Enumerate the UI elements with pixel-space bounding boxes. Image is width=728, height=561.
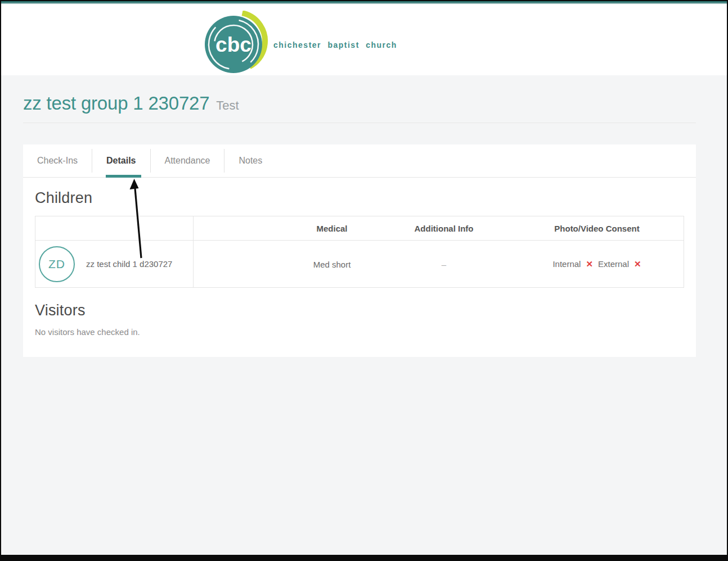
page-title-row: zz test group 1 230727 Test xyxy=(23,75,696,114)
column-header-additional-info: Additional Info xyxy=(415,224,474,233)
tab-notes[interactable]: Notes xyxy=(224,144,276,177)
tab-details[interactable]: Details xyxy=(92,144,150,177)
page-title: zz test group 1 230727 xyxy=(23,93,209,114)
group-details-card: Check-Ins Details Attendance Notes Child… xyxy=(23,144,696,357)
app-window: cbc chichester baptist church zz test gr… xyxy=(0,0,728,561)
title-divider xyxy=(23,123,696,123)
church-logo[interactable]: cbc chichester baptist church xyxy=(203,11,397,76)
consent-internal-label: Internal xyxy=(552,259,581,269)
main-content: zz test group 1 230727 Test Check-Ins De… xyxy=(23,75,696,357)
consent-values: Internal ✕ External ✕ xyxy=(552,259,641,269)
tab-attendance[interactable]: Attendance xyxy=(151,144,224,177)
consent-external-denied-icon: ✕ xyxy=(634,259,641,269)
org-name: chichester baptist church xyxy=(273,40,397,49)
child-name-cell[interactable]: ZD zz test child 1 d230727 xyxy=(35,241,194,287)
tab-panel-details: Children Medical Additional Info Photo/V… xyxy=(23,178,696,357)
consent-external-label: External xyxy=(598,259,629,269)
avatar: ZD xyxy=(39,246,75,282)
logo-acronym: cbc xyxy=(215,33,251,56)
page-subtitle: Test xyxy=(216,98,239,113)
children-table: Medical Additional Info Photo/Video Cons… xyxy=(35,216,684,288)
tab-bar: Check-Ins Details Attendance Notes xyxy=(23,144,696,178)
child-name: zz test child 1 d230727 xyxy=(86,259,172,269)
additional-info-value: – xyxy=(442,259,446,269)
visitors-heading: Visitors xyxy=(35,288,684,319)
visitors-empty-message: No visitors have checked in. xyxy=(35,327,684,337)
table-header-row: Medical Additional Info Photo/Video Cons… xyxy=(35,216,684,241)
cbc-logo-icon: cbc xyxy=(203,11,269,76)
name-column-header xyxy=(35,216,194,240)
site-header: cbc chichester baptist church xyxy=(1,4,727,75)
table-row[interactable]: ZD zz test child 1 d230727 Med short – I… xyxy=(35,241,684,287)
column-header-photo-video-consent: Photo/Video Consent xyxy=(554,224,639,233)
tab-check-ins[interactable]: Check-Ins xyxy=(23,144,92,177)
children-heading: Children xyxy=(35,178,684,207)
medical-value: Med short xyxy=(313,259,351,269)
column-header-medical: Medical xyxy=(316,224,347,233)
consent-internal-denied-icon: ✕ xyxy=(586,259,593,269)
